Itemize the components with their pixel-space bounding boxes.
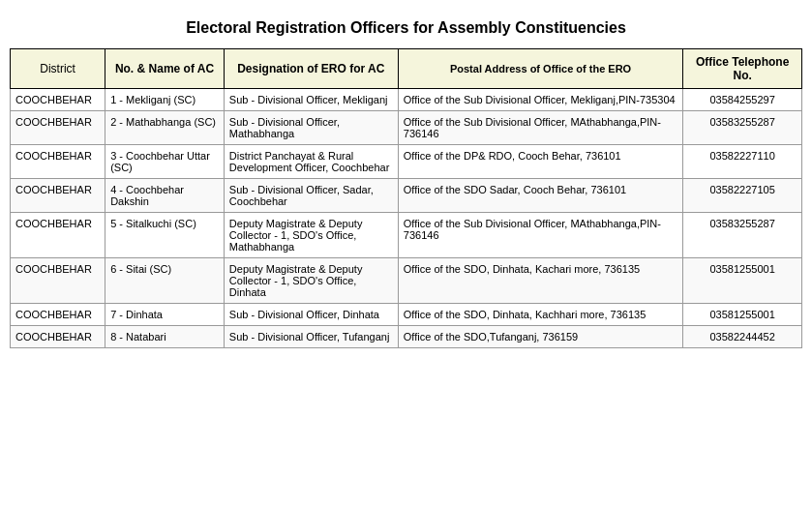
cell-tel: 03582227105 <box>683 179 802 213</box>
cell-tel: 03583255287 <box>683 213 802 258</box>
table-row: COOCHBEHAR 3 - Coochbehar Uttar (SC) Dis… <box>11 145 802 179</box>
cell-district: COOCHBEHAR <box>11 145 105 179</box>
cell-postal: Office of the DP& RDO, Cooch Behar, 7361… <box>398 145 682 179</box>
cell-ero: Deputy Magistrate & Deputy Collector - 1… <box>224 258 398 304</box>
table-row: COOCHBEHAR 5 - Sitalkuchi (SC) Deputy Ma… <box>11 213 802 258</box>
cell-ac: 6 - Sitai (SC) <box>105 258 225 304</box>
cell-district: COOCHBEHAR <box>11 258 105 304</box>
cell-ero: Sub - Divisional Officer, Mekliganj <box>224 89 398 111</box>
cell-ac: 1 - Mekliganj (SC) <box>105 89 225 111</box>
cell-ac: 3 - Coochbehar Uttar (SC) <box>105 145 225 179</box>
cell-ac: 4 - Coochbehar Dakshin <box>105 179 225 213</box>
cell-ero: Sub - Divisional Officer, Sadar, Coochbe… <box>224 179 398 213</box>
page-title: Electoral Registration Officers for Asse… <box>10 10 802 48</box>
cell-tel: 03582244452 <box>683 326 802 348</box>
header-tel: Office Telephone No. <box>683 49 802 89</box>
table-row: COOCHBEHAR 1 - Mekliganj (SC) Sub - Divi… <box>11 89 802 111</box>
cell-tel: 03583255287 <box>683 111 802 145</box>
main-table: District No. & Name of AC Designation of… <box>10 48 802 348</box>
header-ac: No. & Name of AC <box>105 49 225 89</box>
cell-ac: 5 - Sitalkuchi (SC) <box>105 213 225 258</box>
cell-district: COOCHBEHAR <box>11 304 105 326</box>
cell-district: COOCHBEHAR <box>11 111 105 145</box>
header-postal: Postal Address of Office of the ERO <box>398 49 682 89</box>
cell-district: COOCHBEHAR <box>11 89 105 111</box>
cell-tel: 03582227110 <box>683 145 802 179</box>
table-row: COOCHBEHAR 8 - Natabari Sub - Divisional… <box>11 326 802 348</box>
table-row: COOCHBEHAR 7 - Dinhata Sub - Divisional … <box>11 304 802 326</box>
table-row: COOCHBEHAR 2 - Mathabhanga (SC) Sub - Di… <box>11 111 802 145</box>
cell-postal: Office of the Sub Divisional Officer, MA… <box>398 111 682 145</box>
cell-ero: Sub - Divisional Officer, Mathabhanga <box>224 111 398 145</box>
table-row: COOCHBEHAR 6 - Sitai (SC) Deputy Magistr… <box>11 258 802 304</box>
cell-postal: Office of the SDO,Tufanganj, 736159 <box>398 326 682 348</box>
cell-postal: Office of the SDO, Dinhata, Kachhari mor… <box>398 304 682 326</box>
cell-tel: 03581255001 <box>683 258 802 304</box>
cell-postal: Office of the Sub Divisional Officer, Me… <box>398 89 682 111</box>
header-district: District <box>11 49 105 89</box>
table-row: COOCHBEHAR 4 - Coochbehar Dakshin Sub - … <box>11 179 802 213</box>
cell-ac: 7 - Dinhata <box>105 304 225 326</box>
cell-ero: Deputy Magistrate & Deputy Collector - 1… <box>224 213 398 258</box>
cell-ac: 8 - Natabari <box>105 326 225 348</box>
cell-tel: 03584255297 <box>683 89 802 111</box>
cell-ero: Sub - Divisional Officer, Dinhata <box>224 304 398 326</box>
cell-ero: Sub - Divisional Officer, Tufanganj <box>224 326 398 348</box>
cell-postal: Office of the SDO Sadar, Cooch Behar, 73… <box>398 179 682 213</box>
cell-tel: 03581255001 <box>683 304 802 326</box>
cell-ac: 2 - Mathabhanga (SC) <box>105 111 225 145</box>
cell-district: COOCHBEHAR <box>11 213 105 258</box>
cell-district: COOCHBEHAR <box>11 326 105 348</box>
cell-ero: District Panchayat & Rural Development O… <box>224 145 398 179</box>
header-ero: Designation of ERO for AC <box>224 49 398 89</box>
cell-postal: Office of the SDO, Dinhata, Kachari more… <box>398 258 682 304</box>
cell-postal: Office of the Sub Divisional Officer, MA… <box>398 213 682 258</box>
cell-district: COOCHBEHAR <box>11 179 105 213</box>
